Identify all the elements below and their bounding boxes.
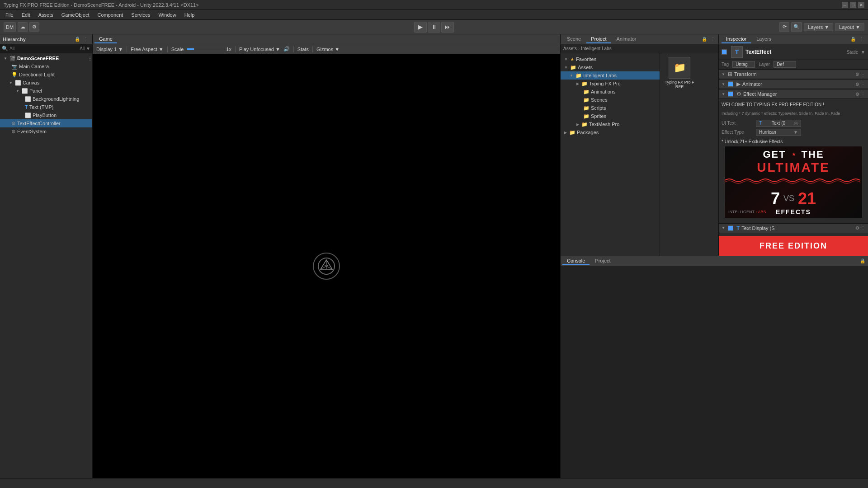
tab-animator[interactable]: Animator [612,35,641,43]
scale-control[interactable]: Scale 1x [171,47,231,52]
layer-value[interactable]: Def [774,61,796,68]
hierarchy-item-text-tmp[interactable]: T Text (TMP) [0,103,92,111]
td-enabled-checkbox[interactable] [728,225,733,231]
collab-button[interactable]: ⟳ [779,22,789,32]
step-button[interactable]: ⏭ [441,22,454,33]
td-more-icon[interactable]: ⋮ [861,225,865,230]
menu-window[interactable]: Window [155,11,180,19]
breadcrumb-intelligent-labs[interactable]: Intelligent Labs [581,46,611,51]
gizmos-chevron-icon: ▼ [335,47,340,52]
animator-more-icon[interactable]: ⋮ [861,82,865,87]
hierarchy-item-play-btn[interactable]: ⬜ PlayButton [0,111,92,119]
hierarchy-item-dir-light[interactable]: 💡 Directional Light [0,70,92,79]
menu-component[interactable]: Component [94,11,127,19]
inspector-menu-icon[interactable]: ⋮ [858,36,865,43]
tree-item-scripts[interactable]: 📁 Scripts [561,104,660,112]
status-bar [0,478,868,488]
tab-project-bottom[interactable]: Project [590,257,615,265]
transform-more-icon[interactable]: ⋮ [861,72,865,77]
hierarchy-search-input[interactable] [9,46,78,51]
assets-lock-icon[interactable]: 🔒 [701,36,708,43]
inspector-lock-icon[interactable]: 🔒 [849,36,857,43]
menu-gameobject[interactable]: GameObject [58,11,93,19]
animator-settings-icon[interactable]: ⚙ [855,82,859,87]
hierarchy-item-event-system[interactable]: ⚙ EventSystem [0,127,92,136]
tree-item-favorites[interactable]: ▼ ★ Favorites [561,55,660,63]
tree-item-textmesh[interactable]: ▶ 📁 TextMesh Pro [561,120,660,128]
static-chevron-icon[interactable]: ▼ [861,50,865,55]
transform-settings-icon[interactable]: ⚙ [855,72,859,77]
cloud-button[interactable]: ☁ [18,22,28,32]
hierarchy-item-canvas[interactable]: ▼ ⬜ Canvas [0,79,92,87]
settings-button[interactable]: ⚙ [29,22,39,32]
animator-component-header[interactable]: ▼ ▶ Animator ⚙ ⋮ [719,79,868,89]
effect-manager-header[interactable]: ▼ ⚙ Effect Manager ⚙ ⋮ [719,89,868,99]
gizmos-btn[interactable]: Gizmos ▼ [316,47,340,52]
hierarchy-item-text-effect-ctrl[interactable]: ⚙ TextEffectController [0,119,92,127]
ad-versus: 7 VS 21 [771,189,816,208]
light-icon: 💡 [11,72,18,78]
pause-button[interactable]: ⏸ [428,22,440,33]
menu-help[interactable]: Help [181,11,198,19]
tab-layers[interactable]: Layers [752,35,776,43]
hierarchy-item-main-camera[interactable]: 📷 Main Camera [0,62,92,70]
cloud-services-button[interactable]: 🔍 [791,22,802,32]
close-button[interactable]: ✕ [858,2,864,8]
hierarchy-item-scene[interactable]: ▼ 🎬 DemoSceneFREE ⋮ [0,54,92,62]
object-active-checkbox[interactable] [722,49,727,55]
menu-edit[interactable]: Edit [18,11,34,19]
bottom-panel: Console Project 🔒 [561,256,868,478]
dm-button[interactable]: DM [4,22,16,32]
tree-item-animations[interactable]: 📁 Animations [561,88,660,96]
scene-icon: 🎬 [9,56,16,61]
il-folder-icon: 📁 [576,73,582,79]
aspect-selector[interactable]: Free Aspect ▼ [131,47,164,52]
tag-value[interactable]: Untag [732,61,755,68]
layer-label: Layer [759,62,770,67]
play-button[interactable]: ▶ [414,22,427,33]
animator-enabled-checkbox[interactable] [728,81,733,87]
stats-btn[interactable]: Stats [297,47,309,52]
play-unfocused[interactable]: Play Unfocused ▼ 🔊 [239,46,290,52]
tree-item-typing-fx[interactable]: ▶ 📁 Typing FX Pro [561,80,660,88]
tree-item-assets[interactable]: ▼ 📁 Assets [561,63,660,71]
breadcrumb-assets[interactable]: Assets [563,46,577,51]
animator-icons: ⚙ ⋮ [855,82,865,87]
free-edition-button[interactable]: FREE EDITION [719,236,868,256]
scene-menu-icon[interactable]: ⋮ [88,56,92,61]
il-arrow-icon: ▼ [570,74,573,78]
tab-console[interactable]: Console [562,257,590,265]
tab-scene[interactable]: Scene [562,35,585,43]
layers-dropdown[interactable]: Layers ▼ [804,23,833,31]
tree-item-scenes[interactable]: 📁 Scenes [561,96,660,104]
hierarchy-item-bg-lightning[interactable]: ⬜ BackgroundLightning [0,95,92,103]
ui-text-value[interactable]: T Text (0 ◎ [756,120,801,127]
assets-menu-icon[interactable]: ⋮ [709,36,717,43]
maximize-button[interactable]: □ [850,2,856,8]
menu-file[interactable]: File [2,11,17,19]
em-settings-icon[interactable]: ⚙ [855,92,859,97]
hierarchy-item-panel[interactable]: ▼ ⬜ Panel [0,87,92,95]
hierarchy-lock-icon[interactable]: 🔒 [74,36,81,43]
tree-item-packages[interactable]: ▶ 📁 Packages [561,128,660,136]
em-more-icon[interactable]: ⋮ [861,92,865,97]
td-settings-icon[interactable]: ⚙ [855,225,859,230]
tab-game[interactable]: Game [94,35,117,43]
display-selector[interactable]: Display 1 ▼ [96,47,123,52]
tab-project[interactable]: Project [586,35,611,43]
minimize-button[interactable]: ─ [842,2,848,8]
tab-inspector[interactable]: Inspector [722,35,751,43]
hierarchy-menu-icon[interactable]: ⋮ [82,36,90,43]
layout-dropdown[interactable]: Layout ▼ [835,23,864,31]
menu-assets[interactable]: Assets [35,11,57,19]
asset-grid-item-typing-fx[interactable]: 📁 Typing FX Pro FREE [664,57,695,89]
tree-item-sprites[interactable]: 📁 Sprites [561,112,660,120]
tec-label: TextEffectController [17,121,61,126]
text-display-header[interactable]: ▼ T Text Display (S ⚙ ⋮ [719,223,868,233]
menu-services[interactable]: Services [127,11,154,19]
transform-component-header[interactable]: ▼ ⊞ Transform ⚙ ⋮ [719,69,868,79]
em-enabled-checkbox[interactable] [728,91,733,97]
tree-item-intelligent-labs[interactable]: ▼ 📁 Intelligent Labs [561,71,660,80]
effect-type-value[interactable]: Hurrican ▼ [756,129,801,136]
bottom-lock-icon[interactable]: 🔒 [859,258,866,265]
